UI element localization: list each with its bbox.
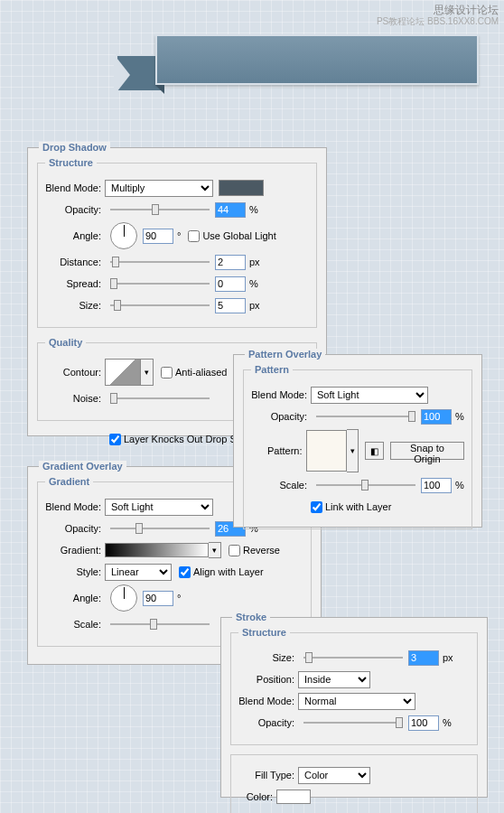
ds-spread-unit: %: [249, 278, 258, 289]
ds-opacity-unit: %: [249, 204, 258, 215]
ds-noise-slider[interactable]: [110, 391, 210, 406]
st-size-label: Size:: [238, 652, 298, 663]
po-pattern-legend: Pattern: [251, 364, 293, 375]
po-opacity-input[interactable]: [421, 409, 452, 425]
go-align-label: Align with Layer: [193, 566, 264, 577]
po-pattern-label: Pattern:: [251, 445, 306, 456]
ds-global-light-label: Use Global Light: [202, 230, 275, 241]
ds-antialias-label: Anti-aliased: [175, 367, 227, 378]
ds-opacity-slider[interactable]: [110, 202, 210, 217]
stroke-panel: Stroke Structure Size: px Position: Insi…: [220, 617, 488, 798]
go-opacity-label: Opacity:: [45, 523, 105, 534]
ds-size-input[interactable]: [215, 298, 246, 313]
go-style-label: Style:: [45, 566, 105, 577]
po-pattern-group: Pattern Blend Mode: Soft Light Opacity: …: [243, 364, 472, 529]
ds-antialias-checkbox[interactable]: [161, 367, 173, 378]
go-gradient-dropdown[interactable]: [209, 542, 221, 558]
ds-size-unit: px: [249, 300, 260, 311]
ds-global-light-checkbox[interactable]: [188, 230, 200, 242]
ds-spread-slider[interactable]: [110, 276, 210, 291]
ribbon-banner: [90, 34, 479, 85]
ds-angle-label: Angle:: [45, 230, 105, 241]
ds-size-label: Size:: [45, 300, 105, 311]
st-color-swatch[interactable]: [276, 790, 311, 804]
st-position-select[interactable]: Inside: [298, 671, 370, 688]
ds-quality-legend: Quality: [45, 337, 86, 348]
po-link-checkbox[interactable]: [311, 501, 322, 513]
ds-spread-input[interactable]: [215, 276, 246, 292]
st-blendmode-label: Blend Mode:: [238, 696, 298, 706]
po-scale-label: Scale:: [251, 480, 311, 491]
drop-shadow-title: Drop Shadow: [39, 142, 110, 153]
st-position-label: Position:: [238, 674, 298, 685]
po-opacity-unit: %: [455, 411, 464, 422]
po-new-pattern-button[interactable]: ◧: [365, 442, 383, 460]
po-opacity-label: Opacity:: [251, 411, 311, 422]
ds-structure-legend: Structure: [45, 157, 97, 168]
ds-distance-input[interactable]: [215, 255, 246, 270]
st-title: Stroke: [232, 612, 270, 622]
ds-noise-label: Noise:: [45, 393, 105, 404]
st-size-input[interactable]: [408, 650, 439, 666]
go-title: Gradient Overlay: [39, 461, 126, 472]
st-blendmode-select[interactable]: Normal: [298, 693, 415, 710]
go-angle-unit: °: [177, 593, 181, 603]
go-gradient-legend: Gradient: [45, 476, 93, 487]
go-opacity-slider[interactable]: [110, 521, 210, 536]
go-angle-input[interactable]: [143, 591, 173, 606]
st-filltype-select[interactable]: Color: [298, 767, 370, 784]
st-opacity-label: Opacity:: [238, 717, 298, 728]
po-blendmode-select[interactable]: Soft Light: [311, 387, 428, 404]
po-snap-button[interactable]: Snap to Origin: [390, 442, 464, 460]
go-blendmode-label: Blend Mode:: [45, 501, 105, 512]
po-link-label: Link with Layer: [325, 501, 391, 512]
po-scale-unit: %: [455, 480, 464, 491]
st-opacity-unit: %: [443, 717, 452, 728]
po-title: Pattern Overlay: [245, 349, 325, 360]
st-size-unit: px: [443, 652, 453, 663]
st-opacity-slider[interactable]: [303, 715, 403, 730]
ds-contour-label: Contour:: [45, 367, 105, 378]
ds-contour-swatch[interactable]: [105, 359, 141, 386]
ds-opacity-input[interactable]: [215, 202, 246, 218]
st-color-label: Color:: [238, 791, 276, 802]
go-angle-label: Angle:: [45, 593, 105, 603]
ds-angle-dial[interactable]: [110, 222, 137, 249]
go-scale-slider[interactable]: [110, 617, 210, 631]
pattern-overlay-panel: Pattern Overlay Pattern Blend Mode: Soft…: [233, 354, 482, 528]
st-fill-group: Fill Type: Color Color:: [230, 754, 478, 813]
ds-distance-unit: px: [249, 257, 260, 267]
go-gradient-label: Gradient:: [45, 545, 105, 556]
ds-structure-group: Structure Blend Mode: Multiply Opacity: …: [37, 157, 317, 328]
ds-size-slider[interactable]: [110, 298, 210, 313]
po-scale-slider[interactable]: [316, 478, 415, 492]
ds-distance-label: Distance:: [45, 257, 105, 267]
go-gradient-bar[interactable]: [105, 543, 209, 557]
st-structure-legend: Structure: [238, 627, 290, 638]
ds-blendmode-select[interactable]: Multiply: [105, 180, 213, 197]
ds-distance-slider[interactable]: [110, 255, 210, 269]
ds-color-swatch[interactable]: [219, 180, 264, 196]
ds-knocksout-checkbox[interactable]: [109, 434, 121, 445]
ds-angle-unit: °: [177, 230, 181, 241]
st-filltype-label: Fill Type:: [238, 770, 298, 780]
st-opacity-input[interactable]: [408, 715, 439, 731]
go-angle-dial[interactable]: [110, 584, 137, 612]
go-style-select[interactable]: Linear: [105, 564, 172, 581]
po-opacity-slider[interactable]: [316, 409, 415, 424]
st-size-slider[interactable]: [303, 650, 403, 665]
po-pattern-dropdown[interactable]: [347, 429, 359, 472]
po-blendmode-label: Blend Mode:: [251, 389, 311, 400]
po-pattern-swatch[interactable]: [306, 430, 348, 472]
go-blendmode-select[interactable]: Soft Light: [105, 499, 213, 516]
ds-spread-label: Spread:: [45, 278, 105, 289]
go-reverse-checkbox[interactable]: [229, 545, 240, 556]
ds-blendmode-label: Blend Mode:: [45, 182, 105, 193]
ds-angle-input[interactable]: [143, 229, 173, 244]
go-align-checkbox[interactable]: [179, 566, 191, 578]
ds-contour-dropdown[interactable]: [141, 359, 154, 386]
po-scale-input[interactable]: [421, 478, 452, 493]
go-scale-label: Scale:: [45, 619, 105, 630]
ds-opacity-label: Opacity:: [45, 204, 105, 215]
st-structure-group: Structure Size: px Position: Inside Blen…: [230, 627, 478, 745]
